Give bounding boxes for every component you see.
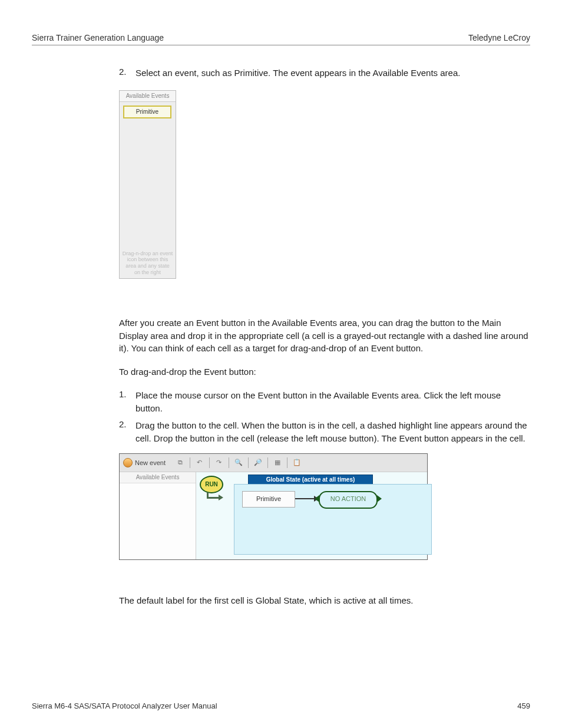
zoom-out-icon[interactable]: 🔎 (253, 457, 263, 468)
new-event-icon[interactable] (123, 458, 133, 467)
grid-icon[interactable]: ▦ (272, 457, 283, 468)
primitive-cell[interactable]: Primitive (242, 491, 295, 508)
separator (248, 457, 249, 468)
separator (267, 457, 268, 468)
step-2: 2. Select an event, such as Primitive. T… (119, 67, 530, 80)
global-state-header: Global State (active at all times) (248, 475, 373, 485)
copy-icon[interactable]: ⧉ (175, 457, 186, 468)
connector-line (295, 498, 316, 499)
after-paragraph: After you create an Event button in the … (119, 317, 530, 355)
undo-icon[interactable]: ↶ (194, 457, 205, 468)
panel-title: Available Events (120, 91, 176, 102)
page-number: 459 (517, 701, 530, 710)
to-drag-intro: To drag-and-drop the Event button: (119, 365, 530, 378)
step-number: 1. (119, 389, 135, 415)
run-arrow-icon (202, 492, 223, 500)
available-events-side: Available Events (120, 472, 196, 559)
zoom-in-icon[interactable]: 🔍 (233, 457, 244, 468)
no-action-cell[interactable]: NO ACTION (319, 491, 378, 509)
header-right: Teledyne LeCroy (468, 33, 530, 42)
step-number: 2. (119, 419, 135, 445)
editor-panel: New event ⧉ ↶ ↷ 🔍 🔎 ▦ 📋 Available Events (119, 453, 428, 560)
drag-step-1: 1. Place the mouse cursor on the Event b… (119, 389, 530, 415)
separator (190, 457, 190, 468)
paste-icon[interactable]: 📋 (292, 457, 302, 468)
drag-hint: Drag-n-drop an event icon between this a… (122, 251, 173, 276)
step-number: 2. (119, 67, 135, 80)
step-text: Place the mouse cursor on the Event butt… (135, 389, 530, 415)
separator (287, 457, 287, 468)
run-badge[interactable]: RUN (200, 476, 223, 493)
redo-icon[interactable]: ↷ (214, 457, 224, 468)
default-label-text: The default label for the first cell is … (119, 594, 530, 607)
side-title: Available Events (120, 472, 196, 483)
separator (229, 457, 229, 468)
step-text: Select an event, such as Primitive. The … (135, 67, 530, 80)
panel-body: Primitive Drag-n-drop an event icon betw… (120, 102, 176, 278)
page-header: Sierra Trainer Generation Language Teled… (32, 33, 530, 45)
primitive-event-button[interactable]: Primitive (123, 106, 171, 118)
state-canvas[interactable]: RUN Global State (active at all times) P… (196, 472, 427, 559)
footer-left: Sierra M6-4 SAS/SATA Protocol Analyzer U… (32, 701, 217, 710)
page-footer: Sierra M6-4 SAS/SATA Protocol Analyzer U… (32, 701, 530, 710)
toolbar: New event ⧉ ↶ ↷ 🔍 🔎 ▦ 📋 (120, 454, 427, 472)
separator (209, 457, 210, 468)
available-events-panel: Available Events Primitive Drag-n-drop a… (119, 90, 176, 279)
editor-body: Available Events RUN Global State (activ… (120, 472, 427, 559)
step-text: Drag the button to the cell. When the bu… (135, 419, 530, 445)
new-event-label[interactable]: New event (135, 459, 166, 466)
header-left: Sierra Trainer Generation Language (32, 33, 164, 42)
drag-step-2: 2. Drag the button to the cell. When the… (119, 419, 530, 445)
